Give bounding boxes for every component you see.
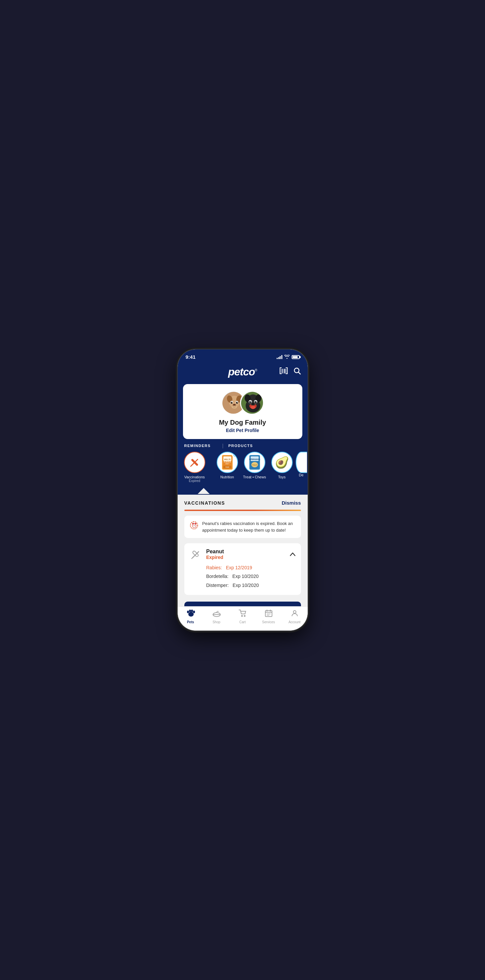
bottom-nav: Pets Shop [178,606,308,631]
syringe-icon [190,548,202,561]
svg-point-67 [188,612,194,617]
phone-screen: 9:41 petco® [178,349,308,631]
clock-alert-icon: ⏰ [190,521,198,531]
status-bar: 9:41 [178,349,308,362]
product-item-vaccinations[interactable]: Vaccinations Expired [181,452,208,483]
caret-container [178,488,308,495]
svg-point-21 [233,404,235,406]
product-item-partial[interactable]: De [296,452,307,483]
nav-item-pets[interactable]: Pets [181,609,201,624]
label-divider [223,444,223,449]
vacc-panel-header: VACCINATIONS Dismiss [184,500,301,506]
svg-rect-72 [265,611,272,617]
vaccinations-panel: VACCINATIONS Dismiss ⏰ Peanut's rabies v… [178,495,308,624]
svg-point-19 [237,402,238,403]
nav-label-services: Services [262,620,274,624]
svg-point-33 [255,401,256,402]
vaccine-record-card: Peanut Expired Rabies: Exp 12/2019 Borde… [184,543,301,595]
app-header: petco® [178,362,308,384]
nav-label-shop: Shop [213,620,220,624]
svg-point-22 [232,406,237,409]
svg-text:⏰: ⏰ [191,523,197,528]
vaccine-pet-info: Peanut Expired [206,549,286,560]
svg-point-63 [187,611,189,613]
svg-text:Adult: Adult [225,466,229,468]
svg-line-62 [191,557,193,558]
wifi-icon [284,355,290,360]
progress-indicator [184,510,301,511]
signal-icon [277,355,282,359]
petco-logo: petco® [228,366,257,378]
product-item-toys[interactable]: 🥑 Toys [268,452,296,483]
search-icon[interactable] [294,368,301,377]
vaccine-item-bordetella: Bordetella: Exp 10/2020 [206,573,296,580]
vaccinations-label: Vaccinations [184,475,205,479]
treat-chews-circle[interactable]: whimzees TREAT [244,452,265,473]
toys-emoji: 🥑 [275,456,289,469]
alert-box: ⏰ Peanut's rabies vaccination is expired… [184,515,301,538]
edit-pet-link[interactable]: Edit Pet Profile [226,428,259,433]
treat-chews-label: Treat • Chews [243,475,266,479]
svg-point-30 [249,401,251,403]
svg-point-17 [236,402,238,404]
vaccine-item-rabies: Rabies: Exp 12/2019 [206,564,296,571]
nav-label-pets: Pets [187,620,194,624]
svg-point-32 [250,401,250,402]
nav-label-cart: Cart [239,620,246,624]
vaccine-pet-name: Peanut [206,549,286,555]
pet-avatar-2[interactable] [240,391,264,415]
svg-point-18 [232,402,232,403]
svg-rect-2 [282,369,283,374]
partial-product-circle [296,452,307,473]
products-section: REMINDERS PRODUCTS [178,439,308,488]
svg-point-66 [193,611,195,613]
svg-point-70 [241,616,242,617]
battery-icon [292,355,300,359]
svg-rect-3 [283,369,284,374]
nav-label-account: Account [288,620,300,624]
account-icon [291,609,299,619]
vaccine-status: Expired [206,555,286,560]
svg-point-36 [250,406,255,409]
nav-item-account[interactable]: Account [285,609,305,624]
vaccine-record-header: Peanut Expired [190,548,296,561]
vaccine-list: Rabies: Exp 12/2019 Bordetella: Exp 10/2… [190,564,296,589]
product-item-nutrition[interactable]: HILL'S SCIENCE DIET Adult Nutrition [214,452,241,483]
vaccination-circle[interactable] [184,452,205,473]
cart-icon [238,609,247,619]
calendar-icon [265,609,273,619]
pet-avatars [221,391,264,415]
svg-line-41 [191,465,192,466]
vacc-panel-title: VACCINATIONS [184,500,225,506]
bowl-icon [212,609,221,619]
nav-item-services[interactable]: Services [258,609,279,624]
toys-circle[interactable]: 🥑 [271,452,293,473]
product-item-treat-chews[interactable]: whimzees TREAT Treat • Chews [241,452,268,483]
svg-point-31 [254,401,257,403]
svg-point-65 [191,609,193,612]
vaccine-item-distemper: Distemper: Exp 10/2020 [206,582,296,589]
nav-item-cart[interactable]: Cart [233,609,253,624]
partial-label: De [299,473,303,477]
svg-text:HILL'S: HILL'S [224,458,230,460]
svg-point-64 [189,609,191,612]
svg-text:TREAT: TREAT [252,464,257,466]
pet-family-name: My Dog Family [219,419,266,426]
svg-text:DIET: DIET [225,463,229,465]
nutrition-label: Nutrition [220,475,234,479]
svg-point-16 [231,402,233,404]
barcode-scan-icon[interactable] [280,368,288,377]
svg-rect-5 [286,369,286,374]
svg-text:whimzees: whimzees [249,458,260,460]
header-icons [280,368,301,377]
chevron-up-icon[interactable] [290,551,296,558]
products-scroll[interactable]: Vaccinations Expired [178,452,308,488]
phone-frame: 9:41 petco® [178,349,308,631]
svg-rect-59 [192,550,199,557]
caret-up-indicator [198,488,210,494]
scroll-content[interactable]: My Dog Family Edit Pet Profile REMINDERS… [178,384,308,624]
nutrition-circle[interactable]: HILL'S SCIENCE DIET Adult [217,452,238,473]
nav-item-shop[interactable]: Shop [207,609,227,624]
dismiss-button[interactable]: Dismiss [282,500,301,506]
svg-rect-1 [281,369,281,374]
